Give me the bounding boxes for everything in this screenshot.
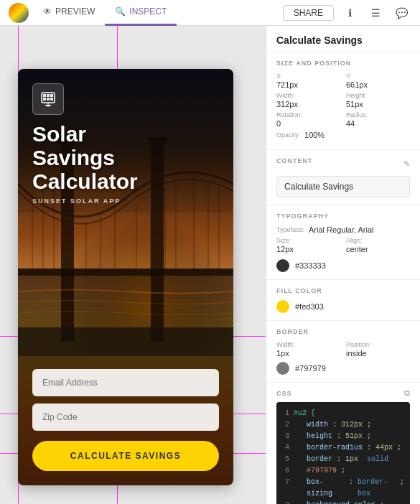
border-section: BORDER Width: 1px Position: inside #7979… (266, 321, 420, 383)
tab-preview-label: PREVIEW (55, 6, 95, 17)
inspector-panel: Calculate Savings SIZE AND POSITION X: 7… (266, 26, 420, 504)
nav-tabs: 👁 PREVIEW 🔍 INSPECT (33, 0, 177, 26)
fill-color-row: #fed303 (276, 300, 410, 313)
prop-width: Width: 312px (276, 92, 340, 108)
prop-opacity-value: 100% (304, 131, 325, 139)
content-section: CONTENT ✎ Calculate Savings (266, 150, 420, 205)
svg-rect-26 (50, 98, 53, 101)
card-inputs: CALCULATE SAVINGS (32, 369, 219, 471)
svg-rect-24 (43, 98, 46, 101)
zip-input[interactable] (32, 403, 219, 431)
size-position-section: SIZE AND POSITION X: 721px Y: 661px Widt… (266, 52, 420, 150)
prop-rotation-value: 0 (276, 119, 340, 128)
typography-color-swatch (276, 259, 289, 272)
prop-x-value: 721px (276, 80, 340, 89)
svg-rect-21 (43, 94, 46, 97)
typography-color-row: #333333 (276, 259, 410, 272)
align-prop: Align: center (346, 237, 410, 253)
fill-color-section: FILL COLOR #fed303 (266, 280, 420, 321)
border-width-prop: Width: 1px (276, 341, 340, 358)
top-bar-right: SHARE ℹ ☰ 💬 (283, 3, 411, 23)
font-size-prop: Size: 12px (276, 237, 340, 253)
font-size-value: 12px (276, 245, 340, 253)
prop-height: Height: 51px (346, 92, 410, 108)
css-code-block: 1#u2 { 2 width: 312px; 3 height: 51px; 4… (276, 402, 410, 504)
svg-rect-23 (50, 94, 53, 97)
border-color-hex: #797979 (295, 364, 326, 373)
content-value: Calculate Savings (276, 176, 410, 197)
typeface-value: Arial Regular, Arial (309, 225, 374, 234)
top-bar: 👁 PREVIEW 🔍 INSPECT SHARE ℹ ☰ 💬 (0, 0, 420, 26)
css-label: CSS (276, 390, 292, 397)
main-layout: Solar Savings Calculator SUNSET SOLAR AP… (0, 26, 420, 504)
css-copy-icon[interactable]: ⧉ (404, 388, 410, 398)
canvas-panel: Solar Savings Calculator SUNSET SOLAR AP… (0, 26, 266, 504)
prop-radius: Radius: 44 (346, 111, 410, 128)
prop-width-value: 312px (276, 100, 340, 108)
card-content: Solar Savings Calculator SUNSET SOLAR AP… (18, 69, 233, 485)
inspector-title: Calculate Savings (266, 26, 420, 52)
tab-inspect[interactable]: 🔍 INSPECT (105, 0, 177, 26)
top-bar-left: 👁 PREVIEW 🔍 INSPECT (9, 0, 283, 26)
prop-x: X: 721px (276, 73, 340, 89)
card-title: Solar Savings Calculator (32, 122, 219, 193)
share-button[interactable]: SHARE (283, 5, 334, 21)
typography-section: TYPOGRAPHY Typeface: Arial Regular, Aria… (266, 205, 420, 280)
chat-icon-btn[interactable]: 💬 (391, 3, 411, 23)
align-value: center (346, 245, 410, 253)
prop-rotation: Rotation: 0 (276, 111, 340, 128)
card-subtitle: SUNSET SOLAR APP (32, 197, 219, 205)
info-icon-btn[interactable]: ℹ (340, 3, 360, 23)
border-width-value: 1px (276, 349, 340, 358)
svg-rect-25 (47, 98, 50, 101)
email-input[interactable] (32, 369, 219, 396)
content-edit-icon[interactable]: ✎ (403, 159, 410, 169)
fill-color-label: FILL COLOR (276, 287, 410, 294)
app-logo (9, 3, 29, 23)
border-props: Width: 1px Position: inside (276, 341, 410, 358)
tab-inspect-label: INSPECT (129, 6, 167, 17)
inspect-icon: 🔍 (115, 6, 126, 17)
card-title-line3: Calculator (32, 169, 138, 193)
solar-icon (32, 83, 64, 115)
svg-rect-22 (47, 94, 50, 97)
typography-color-hex: #333333 (295, 261, 326, 270)
calculate-button[interactable]: CALCULATE SAVINGS (32, 441, 219, 471)
prop-y: Y: 661px (346, 73, 410, 89)
prop-height-value: 51px (346, 100, 410, 108)
border-position-prop: Position: inside (346, 341, 410, 358)
typeface-row: Typeface: Arial Regular, Arial (276, 225, 410, 234)
prop-opacity-row: Opacity: 100% (276, 131, 410, 139)
prop-y-value: 661px (346, 80, 410, 89)
card-title-line1: Solar (32, 122, 86, 146)
tab-preview[interactable]: 👁 PREVIEW (33, 0, 105, 26)
eye-icon: 👁 (43, 6, 52, 17)
border-position-value: inside (346, 349, 410, 358)
content-label: CONTENT (276, 157, 313, 164)
typography-label: TYPOGRAPHY (276, 213, 410, 220)
size-position-label: SIZE AND POSITION (276, 60, 410, 67)
card-title-line2: Savings (32, 146, 115, 169)
border-color-swatch (276, 362, 289, 375)
design-card: Solar Savings Calculator SUNSET SOLAR AP… (18, 69, 233, 485)
fill-color-swatch (276, 300, 289, 313)
border-color-row: #797979 (276, 362, 410, 375)
fill-color-hex: #fed303 (295, 302, 324, 311)
css-section: CSS ⧉ 1#u2 { 2 width: 312px; 3 height: 5… (266, 383, 420, 504)
menu-icon-btn[interactable]: ☰ (365, 3, 386, 23)
prop-radius-value: 44 (346, 119, 410, 128)
border-label: BORDER (276, 328, 410, 335)
